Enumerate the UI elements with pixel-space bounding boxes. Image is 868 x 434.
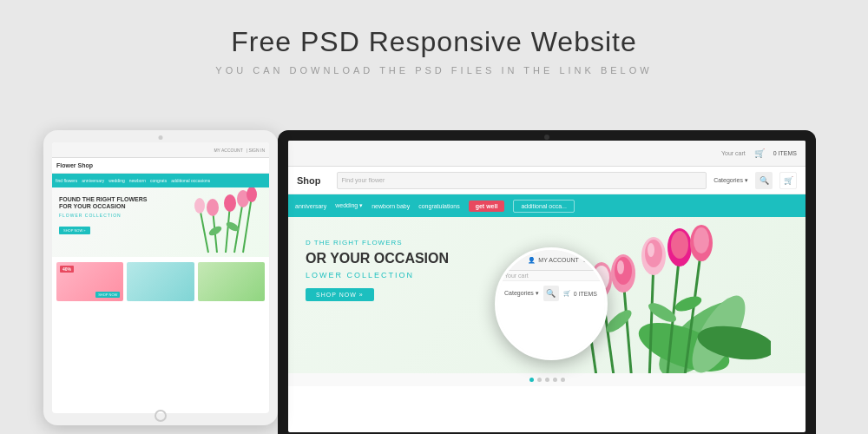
svg-point-24 bbox=[674, 293, 704, 314]
laptop-categories-text: Categories bbox=[713, 177, 743, 183]
laptop-dot-4[interactable] bbox=[553, 378, 557, 382]
magnifier-search-icon[interactable]: 🔍 bbox=[543, 286, 559, 301]
laptop-menu-newborn[interactable]: newborn baby bbox=[372, 203, 410, 209]
tablet-shop-btn-1[interactable]: SHOP NOW bbox=[95, 292, 120, 298]
tablet-topbar: MY ACCOUNT | SIGN IN bbox=[52, 142, 269, 158]
svg-line-3 bbox=[200, 207, 208, 253]
laptop-menu-anniversary[interactable]: anniversary bbox=[295, 203, 326, 209]
tablet-product-img-2 bbox=[127, 262, 194, 301]
magnifier-items: 0 ITEMS bbox=[574, 291, 597, 297]
magnifier-cart-icon: 🛒 bbox=[563, 290, 571, 297]
svg-point-8 bbox=[224, 194, 236, 212]
laptop-cart-icon: 🛒 bbox=[754, 148, 765, 158]
svg-point-37 bbox=[617, 260, 624, 274]
magnifier-account-icon: 👤 bbox=[528, 257, 536, 264]
laptop-camera bbox=[544, 135, 549, 140]
laptop-search-button[interactable]: 🔍 bbox=[755, 172, 773, 189]
laptop-hero-btn[interactable]: SHOP NOW » bbox=[306, 288, 374, 301]
tablet-camera bbox=[159, 135, 163, 140]
laptop-dot-1[interactable] bbox=[529, 378, 534, 382]
tablet-hero-flower-svg bbox=[165, 187, 269, 257]
magnifier-circle: 👤 MY ACCOUNT SIGN Your cart Categories ▾… bbox=[495, 247, 608, 360]
laptop-dot-3[interactable] bbox=[545, 378, 549, 382]
tablet-product-3 bbox=[198, 262, 265, 301]
laptop-navbar: Shop Find your flower Categories ▾ 🔍 🛒 bbox=[288, 167, 806, 194]
laptop-hero-content: D THE RIGHT FLOWERS OR YOUR OCCASION LOW… bbox=[306, 239, 449, 301]
laptop-dot-2[interactable] bbox=[537, 378, 542, 382]
magnifier-cart[interactable]: 🛒 0 ITEMS bbox=[563, 290, 597, 297]
tablet-products: 40% SHOP NOW bbox=[52, 257, 269, 306]
magnifier-account-text: MY ACCOUNT bbox=[538, 257, 579, 263]
magnifier-categories[interactable]: Categories ▾ bbox=[504, 290, 539, 297]
svg-point-10 bbox=[194, 198, 205, 214]
laptop-your-cart: Your cart bbox=[721, 150, 746, 156]
laptop-categories[interactable]: Categories ▾ bbox=[713, 177, 748, 184]
main-title: Free PSD Responsive Website bbox=[0, 26, 868, 58]
laptop-dot-5[interactable] bbox=[561, 378, 565, 382]
laptop-hero-sub: LOWER COLLECTION bbox=[306, 271, 449, 279]
tablet-badge-1: 40% bbox=[60, 266, 74, 273]
laptop-logo: Shop bbox=[297, 175, 321, 186]
laptop-menu-wedding[interactable]: wedding ▾ bbox=[335, 202, 363, 209]
tablet-menu-congrats: congrats bbox=[150, 178, 167, 183]
laptop-cart-button[interactable]: 🛒 bbox=[779, 172, 797, 189]
tablet-home-button[interactable] bbox=[155, 410, 167, 422]
laptop-hero-tag: D THE RIGHT FLOWERS bbox=[306, 239, 449, 247]
laptop-search-placeholder: Find your flower bbox=[342, 177, 385, 183]
tablet-screen: MY ACCOUNT | SIGN IN Flower Shop find fl… bbox=[52, 142, 269, 413]
laptop-menu-additional[interactable]: additional occa... bbox=[513, 200, 575, 213]
tablet-hero: FOUND THE RIGHT FLOWERSFOR YOUR OCCASION… bbox=[52, 187, 269, 257]
svg-line-17 bbox=[649, 260, 654, 373]
magnifier-navbar: Categories ▾ 🔍 🛒 0 ITEMS bbox=[497, 281, 605, 306]
tablet-product-img-3 bbox=[198, 262, 265, 301]
laptop-topbar: Your cart 🛒 0 ITEMS bbox=[288, 141, 806, 167]
tablet-hero-sub: FLOWER COLLECTION bbox=[59, 213, 148, 218]
devices-container: MY ACCOUNT | SIGN IN Flower Shop find fl… bbox=[43, 122, 825, 434]
tablet-menu: find flowers anniversary wedding newborn… bbox=[52, 174, 269, 187]
tablet-navbar: Flower Shop bbox=[52, 158, 269, 174]
laptop-categories-arrow: ▾ bbox=[745, 177, 748, 184]
sub-title: YOU CAN DOWNLOAD THE PSD FILES IN THE LI… bbox=[0, 65, 868, 76]
magnifier-content: 👤 MY ACCOUNT SIGN Your cart Categories ▾… bbox=[497, 250, 605, 358]
tablet-menu-flowers: find flowers bbox=[56, 178, 77, 183]
tablet-product-2 bbox=[127, 262, 194, 301]
laptop-menu-getwell[interactable]: get well bbox=[469, 201, 505, 212]
laptop-menu: anniversary wedding ▾ newborn baby congr… bbox=[288, 194, 806, 217]
tablet-frame: MY ACCOUNT | SIGN IN Flower Shop find fl… bbox=[43, 130, 278, 425]
magnifier-account: 👤 MY ACCOUNT bbox=[528, 257, 579, 264]
svg-line-1 bbox=[226, 205, 230, 253]
tablet-menu-anniversary: anniversary bbox=[82, 178, 104, 183]
laptop-search[interactable]: Find your flower bbox=[337, 172, 707, 189]
laptop-hero-title: OR YOUR OCCASION bbox=[306, 250, 449, 266]
svg-point-7 bbox=[207, 199, 219, 216]
svg-point-34 bbox=[694, 227, 709, 253]
tablet-account-text: MY ACCOUNT bbox=[214, 148, 242, 153]
svg-point-38 bbox=[648, 243, 654, 257]
tablet-product-1: 40% SHOP NOW bbox=[56, 262, 123, 301]
header-section: Free PSD Responsive Website YOU CAN DOWN… bbox=[0, 0, 868, 76]
laptop-menu-congrats[interactable]: congratulations bbox=[418, 203, 459, 209]
tablet-logo: Flower Shop bbox=[56, 162, 93, 168]
tablet-menu-newborn: newborn bbox=[129, 178, 146, 183]
tablet-hero-content: FOUND THE RIGHT FLOWERSFOR YOUR OCCASION… bbox=[59, 196, 148, 235]
svg-point-22 bbox=[603, 306, 635, 336]
magnifier-cart-label: Your cart bbox=[497, 271, 605, 281]
svg-point-30 bbox=[671, 231, 688, 259]
tablet-sign-text: | SIGN IN bbox=[247, 148, 265, 153]
tablet-hero-btn[interactable]: SHOP NOW » bbox=[59, 227, 90, 234]
tablet-hero-title: FOUND THE RIGHT FLOWERSFOR YOUR OCCASION bbox=[59, 196, 148, 211]
tablet-menu-wedding: wedding bbox=[108, 178, 125, 183]
tablet-menu-additional: additional occasions bbox=[171, 178, 210, 183]
laptop-items: 0 ITEMS bbox=[773, 150, 797, 156]
laptop-dots bbox=[288, 373, 806, 386]
magnifier-your-cart: Your cart bbox=[504, 273, 529, 279]
tablet: MY ACCOUNT | SIGN IN Flower Shop find fl… bbox=[43, 130, 278, 425]
magnifier-categories-text: Categories ▾ bbox=[504, 290, 539, 297]
